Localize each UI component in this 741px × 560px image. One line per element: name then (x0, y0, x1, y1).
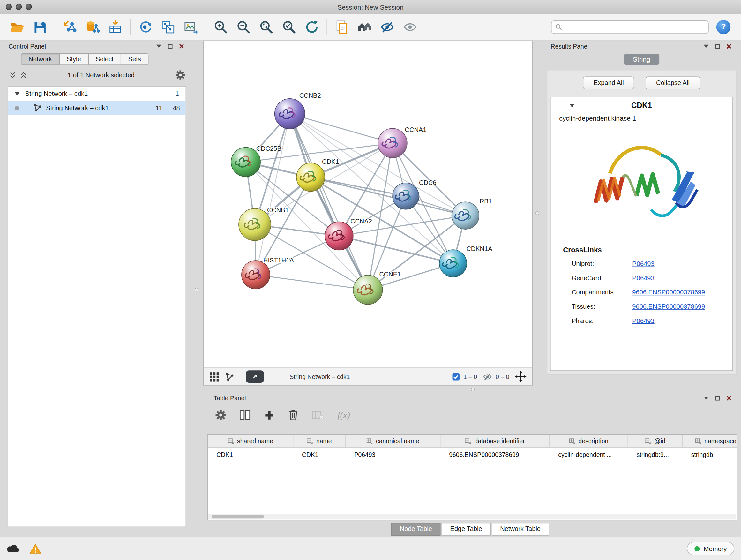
import-table-button[interactable] (104, 17, 127, 37)
show-all-button[interactable] (399, 17, 421, 37)
memory-button[interactable]: Memory (687, 542, 734, 555)
compartments-link[interactable]: 9606.ENSP00000378699 (632, 289, 705, 296)
pan-tool-icon[interactable] (515, 371, 527, 382)
show-hide-panels-button[interactable] (353, 17, 376, 37)
tab-select[interactable]: Select (88, 53, 121, 65)
detach-view-button[interactable] (246, 370, 264, 383)
table-row[interactable]: CDK1 CDK1 P06493 9606.ENSP00000378699 cy… (208, 448, 737, 461)
show-annotations-button[interactable] (330, 17, 353, 37)
import-network-database-button[interactable] (81, 17, 104, 37)
collapse-all-icon[interactable] (10, 72, 16, 78)
horizontal-splitter-handle[interactable] (471, 388, 475, 391)
column-type-icon (227, 438, 233, 444)
table-toolbar: f(x) (203, 403, 737, 423)
pharos-link[interactable]: P06493 (632, 317, 654, 324)
close-panel-icon[interactable] (726, 395, 731, 400)
selected-count: 1 – 0 (452, 373, 477, 381)
expand-all-icon[interactable] (20, 72, 26, 78)
function-builder-button[interactable]: f(x) (338, 410, 350, 421)
zoom-in-button[interactable] (209, 17, 232, 37)
refresh-view-button[interactable] (300, 17, 323, 37)
open-session-button[interactable] (6, 17, 28, 37)
search-box[interactable] (551, 20, 709, 34)
export-image-button[interactable] (179, 17, 202, 37)
scrollbar-thumb[interactable] (212, 515, 264, 518)
search-input[interactable] (565, 23, 704, 30)
vertical-splitter-handle[interactable] (195, 288, 199, 292)
close-panel-icon[interactable] (726, 44, 731, 49)
column-header[interactable]: @id (628, 435, 683, 447)
toolbar-separator (130, 19, 131, 36)
thumbnail-grid-icon[interactable] (209, 372, 219, 381)
collapse-panel-icon[interactable] (156, 44, 161, 48)
column-header[interactable]: namespace (683, 435, 737, 447)
tab-node-table[interactable]: Node Table (391, 523, 441, 536)
import-network-file-button[interactable] (58, 17, 81, 37)
close-panel-icon[interactable] (179, 44, 184, 49)
houses-icon (357, 20, 373, 34)
float-panel-icon[interactable] (715, 395, 720, 400)
gene-card-header[interactable]: CDK1 (551, 98, 733, 114)
crosslinks-title: CrossLinks (551, 237, 733, 256)
network-collection-row[interactable]: String Network – cdk1 1 (8, 86, 185, 101)
warning-icon[interactable] (29, 543, 41, 554)
help-button[interactable]: ? (717, 20, 731, 34)
tab-network-table[interactable]: Network Table (491, 523, 549, 536)
network-overview-icon[interactable] (225, 372, 234, 381)
zoom-selected-button[interactable] (278, 17, 300, 37)
hide-selected-button[interactable] (376, 17, 399, 37)
network-view: CCNB2CCNA1CDC25BCDK1CDC6RB1CCNB1CCNA2CDK… (203, 40, 533, 385)
horizontal-scrollbar[interactable] (208, 514, 736, 519)
tab-string[interactable]: String (624, 54, 659, 65)
tab-style[interactable]: Style (60, 53, 89, 65)
add-column-icon[interactable] (264, 410, 275, 421)
protein-node-CCNE1 (353, 275, 383, 305)
save-session-button[interactable] (28, 17, 51, 37)
tab-edge-table[interactable]: Edge Table (442, 523, 491, 536)
delete-icon[interactable] (288, 409, 299, 422)
expand-all-button[interactable]: Expand All (583, 76, 634, 89)
table-settings-gear-icon[interactable] (215, 410, 226, 421)
float-panel-icon[interactable] (167, 44, 173, 49)
uniprot-link[interactable]: P06493 (632, 260, 654, 267)
clone-network-button[interactable] (157, 17, 179, 37)
crosslink-row: Pharos: P06493 (551, 314, 733, 328)
column-header[interactable]: description (550, 435, 628, 447)
tab-sets[interactable]: Sets (121, 53, 148, 65)
annotation-document-icon (335, 20, 348, 34)
collapse-panel-icon[interactable] (703, 396, 709, 400)
svg-text:RB1: RB1 (480, 198, 492, 205)
open-folder-icon (10, 21, 24, 33)
zoom-fit-button[interactable] (255, 17, 278, 37)
float-panel-icon[interactable] (715, 44, 720, 49)
tissues-link[interactable]: 9606.ENSP00000378699 (632, 303, 705, 310)
hidden-count: 0 – 0 (483, 373, 509, 381)
column-header[interactable]: shared name (208, 435, 293, 447)
collapse-panel-icon[interactable] (703, 44, 709, 48)
memory-status-dot (695, 546, 700, 551)
tab-network[interactable]: Network (21, 53, 59, 65)
save-disk-icon (33, 21, 46, 34)
column-header[interactable]: database identifier (441, 435, 549, 447)
column-header[interactable]: name (293, 435, 346, 447)
help-glyph: ? (721, 22, 726, 32)
gear-icon[interactable] (176, 70, 185, 80)
genecard-link[interactable]: P06493 (632, 274, 654, 281)
protein-node-CCNB2 (275, 99, 305, 129)
results-panel-header: Results Panel (546, 40, 737, 52)
network-canvas[interactable]: CCNB2CCNA1CDC25BCDK1CDC6RB1CCNB1CCNA2CDK… (204, 41, 532, 351)
collapse-all-button[interactable]: Collapse All (646, 76, 700, 89)
node-table: shared name name canonical name database… (207, 434, 737, 521)
table-panel-header: Table Panel (203, 392, 737, 404)
protein-node-HIST1H1A (242, 260, 270, 289)
new-network-from-selection-button[interactable] (134, 17, 156, 37)
network-row-selected[interactable]: String Network – cdk1 11 48 (8, 101, 185, 115)
cloud-status-icon[interactable] (7, 544, 19, 553)
vertical-splitter-handle[interactable] (536, 211, 539, 215)
show-columns-icon[interactable] (239, 409, 251, 421)
zoom-out-button[interactable] (232, 17, 255, 37)
tree-expand-icon[interactable] (15, 92, 19, 95)
table-panel: Table Panel f(x) shared name name (203, 392, 737, 537)
collapse-gene-icon[interactable] (569, 104, 575, 107)
column-header[interactable]: canonical name (346, 435, 441, 447)
